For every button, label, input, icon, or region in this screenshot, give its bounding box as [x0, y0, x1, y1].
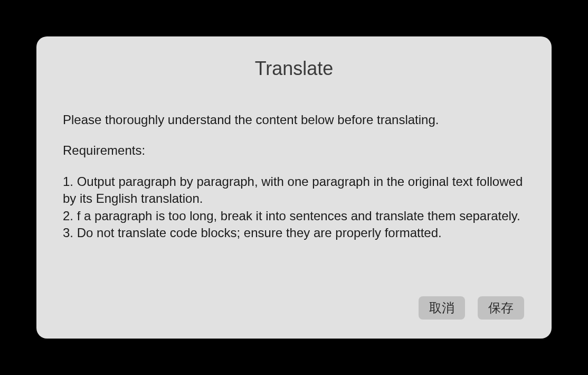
- save-button[interactable]: 保存: [478, 296, 524, 320]
- dialog-body: Please thoroughly understand the content…: [62, 111, 526, 296]
- requirement-item: 3. Do not translate code blocks; ensure …: [63, 224, 525, 241]
- requirement-item: 1. Output paragraph by paragraph, with o…: [63, 173, 525, 208]
- dialog-actions: 取消 保存: [62, 296, 526, 322]
- intro-text: Please thoroughly understand the content…: [63, 111, 525, 128]
- requirement-item: 2. f a paragraph is too long, break it i…: [63, 208, 525, 224]
- spacer: [63, 128, 525, 142]
- cancel-button[interactable]: 取消: [419, 296, 465, 320]
- requirements-label: Requirements:: [63, 142, 525, 159]
- dialog-title: Translate: [62, 58, 526, 80]
- translate-dialog: Translate Please thoroughly understand t…: [36, 36, 552, 339]
- spacer: [63, 160, 525, 173]
